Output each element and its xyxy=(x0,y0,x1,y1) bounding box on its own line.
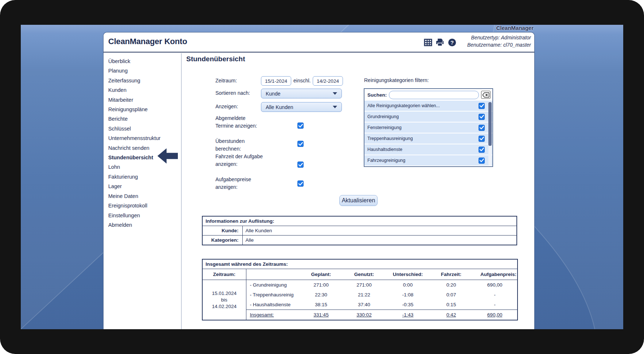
sidebar-item-schluessel[interactable]: Schlüssel xyxy=(104,124,181,133)
abgemeldete-termine-label: Abgemeldete Termine anzeigen: xyxy=(215,114,264,130)
scrollbar-thumb[interactable] xyxy=(488,102,492,146)
category-checkbox[interactable] xyxy=(479,114,485,120)
user-name: Benutzername: cl70_master xyxy=(467,41,531,48)
sortieren-value: Kunde xyxy=(266,91,280,97)
category-checkbox[interactable] xyxy=(479,103,485,109)
table-row: - Haushaltsdienste 38:15 37:40 -0:35 0:1… xyxy=(202,300,518,310)
filter-search-row: Suchen: xyxy=(364,89,492,101)
zeitraum-to-input[interactable] xyxy=(313,76,343,86)
header-toolbar: ? xyxy=(424,38,456,47)
abgemeldete-termine-checkbox[interactable] xyxy=(297,122,304,129)
anzeigen-value: Alle Kunden xyxy=(266,104,293,110)
category-row-alle[interactable]: Alle Reinigungskategorien wählen... xyxy=(364,101,492,111)
totals-table: Insgesamt während des Zeitraums: Zeitrau… xyxy=(202,259,518,320)
sidebar-item-mitarbeiter[interactable]: Mitarbeiter xyxy=(104,95,181,105)
app-title: CleanManager Konto xyxy=(108,37,187,46)
zeitraum-from-input[interactable] xyxy=(261,76,291,86)
sidebar-item-fakturierung[interactable]: Fakturierung xyxy=(104,172,181,182)
period-cell: 15.01.2024 bis 14.02.2024 xyxy=(202,280,246,320)
sortieren-label: Sortieren nach: xyxy=(215,90,250,96)
chevron-down-icon xyxy=(333,106,337,108)
user-type: Benutzertyp: Administrator xyxy=(467,34,531,41)
aktualisieren-button[interactable]: Aktualisieren xyxy=(339,195,378,206)
monitor-bezel: CleanManager CleanManager Konto xyxy=(0,0,644,354)
sidebar-item-lager[interactable]: Lager xyxy=(104,182,181,191)
anzeigen-label: Anzeigen: xyxy=(215,104,238,109)
sidebar-item-abmelden[interactable]: Abmelden xyxy=(104,220,181,230)
info-row-value: Alle Kunden xyxy=(242,226,517,236)
ueberstunden-label: Überstunden berechnen: xyxy=(215,137,264,153)
category-row-grundreinigung[interactable]: Grundreinigung xyxy=(364,112,492,122)
sidebar-item-einstellungen[interactable]: Einstellungen xyxy=(104,211,181,220)
table-row: Kategorien: Alle xyxy=(202,236,517,245)
sidebar-item-unternehmensstruktur[interactable]: Unternehmensstruktur xyxy=(104,133,181,143)
info-table: Informationen zur Auflistung: Kunde: All… xyxy=(202,216,517,245)
totals-row: Insgesamt: 331:45 330:02 -1:43 0:42 690,… xyxy=(202,310,518,320)
category-checkbox[interactable] xyxy=(479,147,485,153)
filter-panel-label: Reinigungskategorien filtern: xyxy=(364,77,429,83)
backspace-clear-icon[interactable] xyxy=(481,91,491,99)
fahrzeit-label: Fahrzeit der Aufgabe anzeigen: xyxy=(215,153,264,168)
sidebar-item-lohn[interactable]: Lohn xyxy=(104,162,181,172)
sidebar-item-ueberblick[interactable]: Überblick xyxy=(104,57,181,66)
printer-icon[interactable] xyxy=(436,38,444,47)
totals-table-title: Insgesamt während des Zeitraums: xyxy=(202,259,518,269)
sidebar-item-meine-daten[interactable]: Meine Daten xyxy=(104,191,181,201)
category-row-haushaltsdienste[interactable]: Haushaltsdienste xyxy=(364,144,492,155)
user-info: Benutzertyp: Administrator Benutzername:… xyxy=(467,34,531,48)
sidebar-item-planung[interactable]: Planung xyxy=(104,66,181,75)
table-row: Kunde: Alle Kunden xyxy=(202,226,517,236)
sortieren-select[interactable]: Kunde xyxy=(261,89,342,98)
table-row: 15.01.2024 bis 14.02.2024 - Grundreinigu… xyxy=(202,280,518,290)
category-row-fahrzeugreinigung[interactable]: Fahrzeugreinigung xyxy=(364,155,492,166)
aufgabenpreise-label: Aufgabenpreise anzeigen: xyxy=(215,176,264,191)
info-row-value: Alle xyxy=(242,236,517,245)
search-input[interactable] xyxy=(389,91,479,99)
svg-text:?: ? xyxy=(450,39,453,45)
help-icon[interactable]: ? xyxy=(448,38,456,47)
ueberstunden-checkbox[interactable] xyxy=(297,141,304,147)
chevron-down-icon xyxy=(333,92,337,95)
totals-header-row: Zeitraum: Geplant: Genutzt: Unterschied:… xyxy=(202,269,518,280)
category-checkbox[interactable] xyxy=(479,157,485,164)
zeitraum-label: Zeitraum: xyxy=(215,78,237,83)
info-row-label: Kunde: xyxy=(202,226,242,236)
category-row-treppenhausreinigung[interactable]: Treppenhausreinigung xyxy=(364,133,492,144)
table-grid-icon[interactable] xyxy=(424,38,432,47)
filter-panel: Suchen: Alle Reinigungskategori xyxy=(364,88,493,167)
main-content: Stundenübersicht Zeitraum: einschl. Sort… xyxy=(182,53,534,329)
sidebar-item-reinigungsplaene[interactable]: Reinigungspläne xyxy=(104,105,181,114)
einschl-label: einschl. xyxy=(293,78,311,83)
table-row: - Treppenhausreinig 22:30 21:22 -1:08 0:… xyxy=(202,290,518,300)
page-title: Stundenübersicht xyxy=(186,55,245,63)
category-row-fensterreinigung[interactable]: Fensterreinigung xyxy=(364,122,492,133)
fahrzeit-checkbox[interactable] xyxy=(297,162,304,168)
sidebar-item-kunden[interactable]: Kunden xyxy=(104,85,181,95)
sidebar-item-stundenuebersicht[interactable]: Stundenübersicht xyxy=(104,153,181,162)
app-window: CleanManager Konto xyxy=(103,32,535,329)
sidebar-item-berichte[interactable]: Berichte xyxy=(104,114,181,124)
search-label: Suchen: xyxy=(367,92,387,98)
window-title: CleanManager xyxy=(496,25,534,31)
category-checkbox[interactable] xyxy=(479,136,485,142)
category-scrollbar xyxy=(488,101,492,166)
sidebar-nav: Überblick Planung Zeiterfassung Kunden M… xyxy=(104,53,182,329)
anzeigen-select[interactable]: Alle Kunden xyxy=(261,102,342,112)
desktop-background: CleanManager CleanManager Konto xyxy=(21,25,623,329)
info-row-label: Kategorien: xyxy=(202,236,242,245)
category-list: Alle Reinigungskategorien wählen... Grun… xyxy=(364,101,492,166)
category-checkbox[interactable] xyxy=(479,125,485,131)
aufgabenpreise-checkbox[interactable] xyxy=(297,180,304,187)
info-table-title: Informationen zur Auflistung: xyxy=(202,216,517,226)
sidebar-item-ereignisprotokoll[interactable]: Ereignisprotokoll xyxy=(104,201,181,210)
window-header: CleanManager Konto xyxy=(104,32,534,52)
sidebar-item-zeiterfassung[interactable]: Zeiterfassung xyxy=(104,76,181,85)
